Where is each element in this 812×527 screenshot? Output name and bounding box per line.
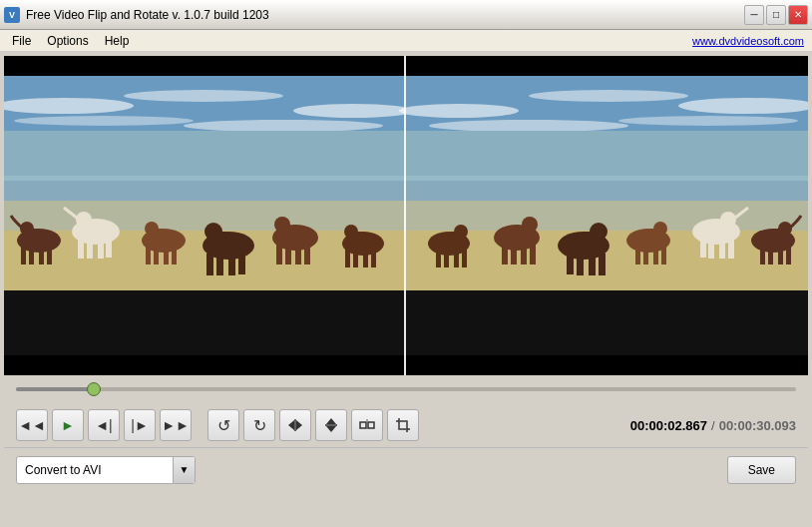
- minimize-button[interactable]: ─: [744, 5, 764, 25]
- svg-point-6: [14, 116, 194, 126]
- svg-rect-17: [29, 249, 34, 264]
- progress-thumb[interactable]: [87, 382, 101, 396]
- svg-rect-19: [47, 247, 52, 264]
- svg-rect-80: [708, 240, 714, 259]
- svg-rect-24: [87, 241, 93, 259]
- svg-rect-93: [589, 256, 596, 275]
- bottom-bar: Convert to AVI ▼ Save: [4, 447, 808, 491]
- svg-rect-51: [345, 250, 350, 267]
- svg-rect-8: [4, 131, 406, 181]
- svg-rect-47: [304, 245, 310, 264]
- title-bar: V Free Video Flip and Rotate v. 1.0.7 bu…: [0, 0, 812, 30]
- svg-point-50: [344, 225, 358, 239]
- dropdown-arrow-icon: ▼: [173, 457, 195, 483]
- controls-bar: ◄◄ ► ◄| |► ►► ↺ ↻: [4, 403, 808, 447]
- svg-rect-86: [653, 249, 658, 264]
- svg-rect-72: [778, 249, 783, 264]
- svg-rect-44: [276, 245, 282, 264]
- svg-rect-33: [172, 247, 177, 264]
- svg-rect-53: [363, 251, 368, 267]
- svg-point-36: [204, 223, 222, 241]
- convert-label: Convert to AVI: [17, 463, 173, 477]
- svg-rect-18: [39, 248, 44, 264]
- menu-items: File Options Help: [4, 32, 137, 50]
- svg-rect-73: [768, 248, 773, 264]
- step-back-button[interactable]: ◄|: [88, 409, 120, 441]
- menu-options[interactable]: Options: [39, 32, 96, 50]
- main-area: ◄◄ ► ◄| |► ►► ↺ ↻: [0, 52, 812, 495]
- svg-point-91: [590, 223, 608, 241]
- time-separator: /: [711, 418, 715, 433]
- svg-point-98: [522, 217, 538, 233]
- flip-v-button[interactable]: [315, 409, 347, 441]
- svg-rect-45: [285, 247, 291, 264]
- rewind-button[interactable]: ◄◄: [16, 409, 48, 441]
- svg-rect-78: [728, 239, 734, 259]
- svg-rect-113: [368, 422, 374, 428]
- crop-button[interactable]: [387, 409, 419, 441]
- progress-fill: [16, 387, 94, 391]
- flip-h-button[interactable]: [279, 409, 311, 441]
- svg-rect-40: [238, 253, 245, 274]
- svg-rect-108: [444, 251, 449, 267]
- svg-point-5: [293, 104, 413, 118]
- menu-bar: File Options Help www.dvdvideosoft.com: [0, 30, 812, 52]
- svg-rect-112: [360, 422, 366, 428]
- svg-point-43: [274, 217, 290, 233]
- close-button[interactable]: ✕: [788, 5, 808, 25]
- svg-rect-39: [228, 255, 235, 275]
- svg-rect-16: [21, 247, 26, 264]
- mirror-h-button[interactable]: [351, 409, 383, 441]
- website-link[interactable]: www.dvdvideosoft.com: [692, 35, 808, 47]
- menu-help[interactable]: Help: [97, 32, 138, 50]
- svg-point-60: [399, 104, 519, 118]
- play-button[interactable]: ►: [52, 409, 84, 441]
- svg-rect-26: [106, 238, 112, 258]
- app-icon: V: [4, 7, 20, 23]
- progress-track[interactable]: [16, 387, 796, 391]
- svg-rect-30: [146, 247, 151, 264]
- svg-rect-115: [399, 421, 407, 429]
- svg-rect-95: [567, 253, 574, 274]
- save-button[interactable]: Save: [727, 456, 796, 484]
- svg-rect-85: [661, 247, 666, 264]
- svg-point-59: [529, 90, 688, 102]
- rotate-ccw-button[interactable]: ↺: [207, 409, 239, 441]
- svg-rect-52: [353, 252, 358, 267]
- svg-rect-38: [216, 256, 223, 275]
- step-forward-button[interactable]: |►: [124, 409, 156, 441]
- svg-rect-11: [4, 201, 406, 231]
- menu-file[interactable]: File: [4, 32, 39, 50]
- svg-rect-63: [406, 131, 808, 181]
- convert-dropdown[interactable]: Convert to AVI ▼: [16, 456, 196, 484]
- svg-point-62: [429, 120, 628, 132]
- svg-rect-107: [454, 252, 459, 267]
- svg-rect-31: [154, 249, 159, 264]
- video-preview: [4, 56, 808, 375]
- svg-rect-23: [78, 239, 84, 259]
- svg-rect-46: [295, 246, 301, 264]
- window-controls: ─ □ ✕: [744, 5, 808, 25]
- current-time: 00:00:02.867: [630, 418, 707, 433]
- progress-area: [4, 375, 808, 403]
- svg-rect-37: [206, 254, 213, 275]
- svg-rect-55: [404, 56, 406, 375]
- total-time: 00:00:30.093: [719, 418, 796, 433]
- svg-rect-67: [406, 290, 808, 355]
- svg-point-7: [184, 120, 383, 132]
- rotate-cw-button[interactable]: ↻: [243, 409, 275, 441]
- time-display: 00:00:02.867 / 00:00:30.093: [630, 418, 796, 433]
- svg-rect-99: [530, 245, 536, 264]
- svg-rect-71: [786, 247, 791, 264]
- svg-rect-92: [599, 254, 606, 275]
- svg-rect-79: [719, 241, 725, 259]
- fast-forward-button[interactable]: ►►: [160, 409, 192, 441]
- maximize-button[interactable]: □: [766, 5, 786, 25]
- svg-rect-106: [462, 250, 467, 267]
- svg-rect-66: [406, 201, 808, 231]
- svg-point-29: [145, 222, 159, 236]
- svg-rect-32: [164, 248, 169, 264]
- svg-rect-101: [511, 246, 517, 264]
- svg-rect-74: [760, 247, 765, 264]
- svg-rect-87: [643, 248, 648, 264]
